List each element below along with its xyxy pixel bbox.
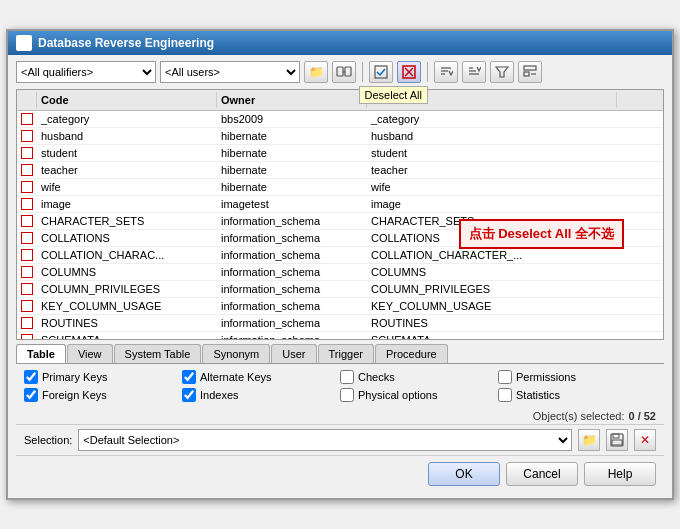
table-row[interactable]: COLUMN_PRIVILEGES information_schema COL… — [17, 281, 663, 298]
users-select[interactable]: <All users> — [160, 61, 300, 83]
title-bar: Database Reverse Engineering — [8, 31, 672, 55]
button-bar: OK Cancel Help — [16, 455, 664, 492]
svg-rect-4 — [337, 67, 343, 76]
tab-user[interactable]: User — [271, 344, 316, 363]
table-row[interactable]: ROUTINES information_schema ROUTINES — [17, 315, 663, 332]
selection-folder-btn[interactable]: 📁 — [578, 429, 600, 451]
option-checkbox[interactable] — [340, 370, 354, 384]
deselect-all-btn[interactable]: Deselect All — [397, 61, 421, 83]
help-button[interactable]: Help — [584, 462, 656, 486]
table-row[interactable]: student hibernate student — [17, 145, 663, 162]
row-name: COLLATION_CHARACTER_... — [367, 247, 617, 263]
option-checkbox[interactable] — [340, 388, 354, 402]
row-checkbox[interactable] — [21, 181, 33, 193]
row-checkbox-cell — [17, 299, 37, 313]
selection-save-btn[interactable] — [606, 429, 628, 451]
row-name: teacher — [367, 162, 617, 178]
option-label: Primary Keys — [42, 371, 107, 383]
row-checkbox[interactable] — [21, 283, 33, 295]
row-checkbox[interactable] — [21, 317, 33, 329]
row-checkbox-cell — [17, 197, 37, 211]
table-row[interactable]: KEY_COLUMN_USAGE information_schema KEY_… — [17, 298, 663, 315]
row-name: student — [367, 145, 617, 161]
row-owner: information_schema — [217, 264, 367, 280]
selection-combo[interactable]: <Default Selection> — [78, 429, 572, 451]
svg-point-3 — [21, 39, 23, 41]
row-checkbox[interactable] — [21, 113, 33, 125]
sort1-btn[interactable] — [434, 61, 458, 83]
option-foreign-keys: Foreign Keys — [24, 388, 182, 402]
option-checkbox[interactable] — [24, 388, 38, 402]
option-checkbox[interactable] — [498, 370, 512, 384]
option-alternate-keys: Alternate Keys — [182, 370, 340, 384]
row-code: _category — [37, 111, 217, 127]
row-checkbox-cell — [17, 265, 37, 279]
qualifier-select[interactable]: <All qualifiers> — [16, 61, 156, 83]
svg-rect-23 — [612, 440, 622, 445]
row-code: CHARACTER_SETS — [37, 213, 217, 229]
folder-btn[interactable]: 📁 — [304, 61, 328, 83]
filter-btn[interactable] — [490, 61, 514, 83]
config-btn[interactable] — [518, 61, 542, 83]
status-label: Object(s) selected: — [533, 410, 625, 422]
option-label: Indexes — [200, 389, 239, 401]
row-checkbox[interactable] — [21, 130, 33, 142]
row-owner: hibernate — [217, 162, 367, 178]
row-owner: information_schema — [217, 213, 367, 229]
tab-table[interactable]: Table — [16, 344, 66, 363]
row-name: SCHEMATA — [367, 332, 617, 339]
table-row[interactable]: wife hibernate wife — [17, 179, 663, 196]
table-row[interactable]: _category bbs2009 _category — [17, 111, 663, 128]
row-checkbox[interactable] — [21, 232, 33, 244]
tab-trigger[interactable]: Trigger — [318, 344, 374, 363]
row-owner: information_schema — [217, 247, 367, 263]
row-owner: information_schema — [217, 230, 367, 246]
row-owner: information_schema — [217, 298, 367, 314]
table-row[interactable]: image imagetest image — [17, 196, 663, 213]
svg-rect-22 — [613, 434, 619, 438]
option-checks: Checks — [340, 370, 498, 384]
row-checkbox-cell — [17, 146, 37, 160]
row-checkbox[interactable] — [21, 334, 33, 339]
cancel-button[interactable]: Cancel — [506, 462, 578, 486]
table-row[interactable]: SCHEMATA information_schema SCHEMATA — [17, 332, 663, 339]
option-label: Alternate Keys — [200, 371, 272, 383]
tab-procedure[interactable]: Procedure — [375, 344, 448, 363]
ok-button[interactable]: OK — [428, 462, 500, 486]
option-checkbox[interactable] — [182, 388, 196, 402]
table-row[interactable]: teacher hibernate teacher — [17, 162, 663, 179]
tab-system-table[interactable]: System Table — [114, 344, 202, 363]
option-statistics: Statistics — [498, 388, 656, 402]
row-checkbox[interactable] — [21, 266, 33, 278]
table-row[interactable]: husband hibernate husband — [17, 128, 663, 145]
connect-btn[interactable] — [332, 61, 356, 83]
row-name: husband — [367, 128, 617, 144]
row-checkbox[interactable] — [21, 249, 33, 261]
row-checkbox[interactable] — [21, 300, 33, 312]
col-owner: Owner — [217, 92, 367, 108]
tab-view[interactable]: View — [67, 344, 113, 363]
tab-synonym[interactable]: Synonym — [202, 344, 270, 363]
row-checkbox[interactable] — [21, 164, 33, 176]
row-code: COLLATIONS — [37, 230, 217, 246]
row-checkbox[interactable] — [21, 215, 33, 227]
row-checkbox-cell — [17, 129, 37, 143]
selection-label: Selection: — [24, 434, 72, 446]
row-checkbox-cell — [17, 316, 37, 330]
svg-point-2 — [18, 39, 20, 41]
table-row[interactable]: COLUMNS information_schema COLUMNS — [17, 264, 663, 281]
svg-rect-19 — [524, 72, 529, 76]
sort2-btn[interactable] — [462, 61, 486, 83]
row-owner: bbs2009 — [217, 111, 367, 127]
select-all-btn[interactable] — [369, 61, 393, 83]
option-checkbox[interactable] — [24, 370, 38, 384]
row-checkbox-cell — [17, 231, 37, 245]
row-checkbox[interactable] — [21, 198, 33, 210]
table-row[interactable]: COLLATION_CHARAC... information_schema C… — [17, 247, 663, 264]
row-checkbox[interactable] — [21, 147, 33, 159]
option-checkbox[interactable] — [498, 388, 512, 402]
deselect-tooltip: Deselect All — [359, 86, 428, 104]
row-checkbox-cell — [17, 248, 37, 262]
selection-delete-btn[interactable]: ✕ — [634, 429, 656, 451]
option-checkbox[interactable] — [182, 370, 196, 384]
